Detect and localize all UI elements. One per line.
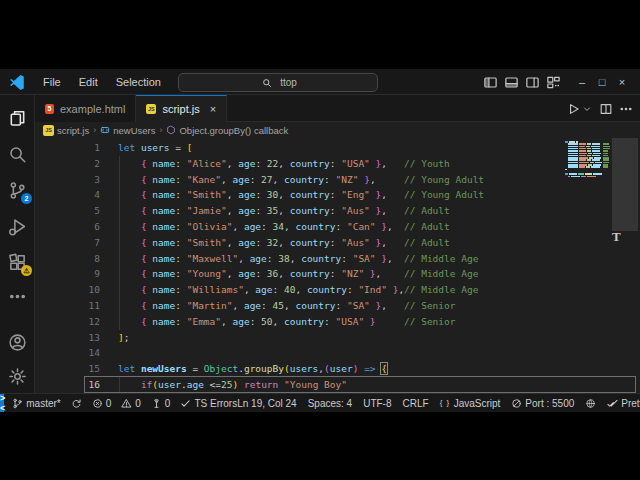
code-line-14[interactable]: 14 [35,345,640,361]
code-line-13[interactable]: 13]; [35,330,640,346]
code-text[interactable]: { name: "Maxwell", age: 38, country: "SA… [118,251,393,267]
breadcrumb-item[interactable]: newUsers [100,125,155,136]
code-line-8[interactable]: 8 { name: "Maxwell", age: 38, country: "… [35,251,640,267]
run-icon[interactable] [566,102,580,116]
branch-status[interactable]: master* [12,398,60,409]
live-reload-status[interactable] [585,398,596,409]
token: , [278,237,289,248]
code-text[interactable]: let users = [ [118,140,192,156]
tab-example.html[interactable]: 5example.html [35,95,136,122]
js-icon: JS [146,104,156,114]
activity-item-explorer[interactable] [0,103,35,133]
code-text[interactable]: { name: "Smith", age: 32, country: "Aus"… [118,235,387,251]
code-text[interactable]: { name: "Kane", age: 27, country: "NZ" }… [118,172,376,188]
activity-item-more-views[interactable] [0,281,35,311]
activity-item-settings[interactable] [0,361,35,391]
activity-item-source-control[interactable]: 2 [0,175,35,205]
indentation[interactable]: Spaces: 4 [308,398,352,409]
token: : [330,268,341,279]
line-number: 15 [35,361,100,377]
tab-close-icon[interactable]: × [210,103,216,115]
layout-grid-icon[interactable] [546,75,561,90]
code-line-11[interactable]: 11 { name: "Martin", age: 45, country: "… [35,298,640,314]
cursor-position[interactable]: Ln 19, Col 24 [237,398,297,409]
live-server-port[interactable]: Port : 5500 [511,398,574,409]
code-line-10[interactable]: 10 { name: "Williams", age: 40, country:… [35,282,640,298]
menu-selection[interactable]: Selection [107,76,170,88]
line-number: 11 [35,298,100,314]
code-line-4[interactable]: 4 { name: "Smith", age: 30, country: "En… [35,187,640,203]
code-text[interactable]: ]; [118,330,129,346]
code-text[interactable]: { name: "Olivia", age: 34, country: "Can… [118,219,393,235]
token: : [330,189,341,200]
token: : [175,253,186,264]
layout-sidebar-left-icon[interactable] [483,75,498,90]
code-line-15[interactable]: 15let newUsers = Object.groupBy(users,(u… [35,361,640,377]
prettier-status[interactable]: Prettier [607,398,640,409]
search-icon [262,78,272,88]
vertical-scrollbar[interactable] [612,138,638,231]
code-line-5[interactable]: 5 { name: "Jamie", age: 35, country: "Au… [35,203,640,219]
activity-item-extensions[interactable]: ⚠ [0,247,35,277]
eol-sequence[interactable]: CRLF [403,398,429,409]
code-text[interactable]: { name: "Jamie", age: 35, country: "Aus"… [118,203,387,219]
ts-errors-status[interactable]: TS Errors [180,398,237,409]
code-line-3[interactable]: 3 { name: "Kane", age: 27, country: "NZ"… [35,172,640,188]
tab-script.js[interactable]: JSscript.js× [136,95,227,122]
status-bar: >< master*000TS Errors Ln 19, Col 24Spac… [0,393,640,412]
line-number: 9 [35,266,100,282]
token: : [175,237,186,248]
slash-circle-icon [511,398,522,409]
activity-item-account[interactable] [0,327,35,357]
menu-edit[interactable]: Edit [70,76,107,88]
minimize-button[interactable]: – [572,76,592,88]
encoding[interactable]: UTF-8 [363,398,391,409]
token: 50 [261,316,272,327]
sync-status[interactable] [71,398,82,409]
code-text[interactable]: if(user.age <=25) return "Young Boy" [118,377,347,393]
code-line-2[interactable]: 2 { name: "Alice", age: 22, country: "US… [35,156,640,172]
activity-badge: 2 [21,193,32,204]
command-search-box[interactable]: ttop [178,73,378,92]
feedback-status[interactable]: 0 [151,398,171,409]
split-editor-icon[interactable] [599,102,613,116]
layout-sidebar-right-icon[interactable] [525,75,540,90]
code-text[interactable]: { name: "Alice", age: 22, country: "USA"… [118,156,387,172]
code-text[interactable]: { name: "Williams", age: 40, country: "I… [118,282,404,298]
code-line-1[interactable]: 1let users = [ [35,140,640,156]
breadcrumb-item[interactable]: Object.groupBy() callback [166,125,288,136]
errors-count[interactable]: 0 [92,398,112,409]
breadcrumb-label: Object.groupBy() callback [179,125,288,136]
line-number: 3 [35,172,100,188]
chevron-down-icon[interactable] [582,104,592,114]
code-text[interactable]: { name: "Young", age: 36, country: "NZ" … [118,266,381,282]
layout-panel-icon[interactable] [504,75,519,90]
menu-file[interactable]: File [34,76,70,88]
more-icon[interactable] [619,102,633,116]
close-button[interactable]: × [612,76,632,88]
code-text[interactable]: { name: "Martin", age: 45, country: "SA"… [118,298,387,314]
js-icon: JS [43,125,54,136]
activity-item-search[interactable] [0,139,35,169]
code-text[interactable]: { name: "Emma", age: 50, country: "USA" … [118,314,376,330]
code-line-6[interactable]: 6 { name: "Olivia", age: 34, country: "C… [35,219,640,235]
code-editor[interactable]: 1let users = [2 { name: "Alice", age: 22… [35,138,640,393]
warnings-count[interactable]: 0 [121,398,141,409]
code-line-12[interactable]: 12 { name: "Emma", age: 50, country: "US… [35,314,640,330]
token: 27 [261,174,272,185]
token: 22 [267,158,278,169]
minimap[interactable] [565,139,610,179]
live-server-port-label: Port : 5500 [525,398,574,409]
language-mode[interactable]: { }JavaScript [440,398,501,409]
code-line-9[interactable]: 9 { name: "Young", age: 36, country: "NZ… [35,266,640,282]
code-line-16[interactable]: 16 if(user.age <=25) return "Young Boy" [35,377,640,393]
code-text[interactable]: let newUsers = Object.groupBy(users,(use… [118,361,387,377]
editor-actions [565,95,634,122]
token: , [238,253,249,264]
activity-item-run-and-debug[interactable] [0,211,35,241]
breadcrumb-item[interactable]: JSscript.js [43,125,89,136]
code-line-7[interactable]: 7 { name: "Smith", age: 32, country: "Au… [35,235,640,251]
restore-button[interactable]: □ [592,76,612,88]
token: , [370,174,376,185]
code-text[interactable]: { name: "Smith", age: 30, country: "Eng"… [118,187,387,203]
